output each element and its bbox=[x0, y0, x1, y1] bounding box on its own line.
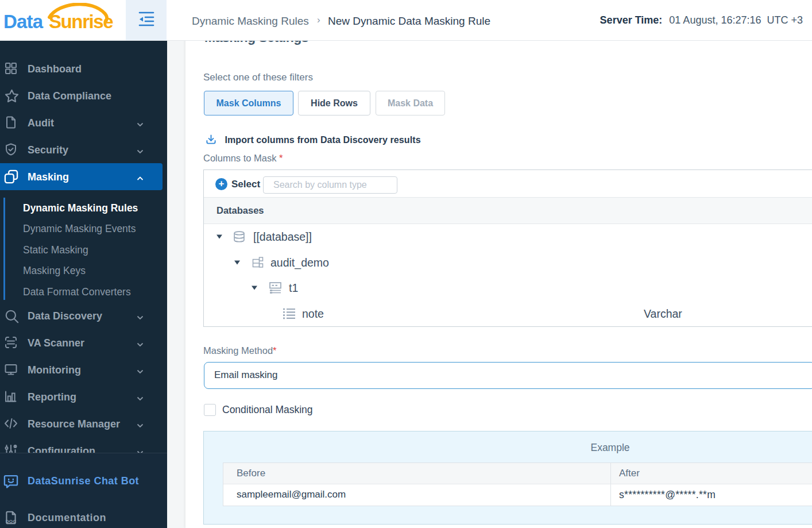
svg-text:Sunrise: Sunrise bbox=[49, 11, 113, 32]
svg-text:DOC: DOC bbox=[6, 518, 17, 523]
svg-text:Data: Data bbox=[3, 11, 44, 32]
